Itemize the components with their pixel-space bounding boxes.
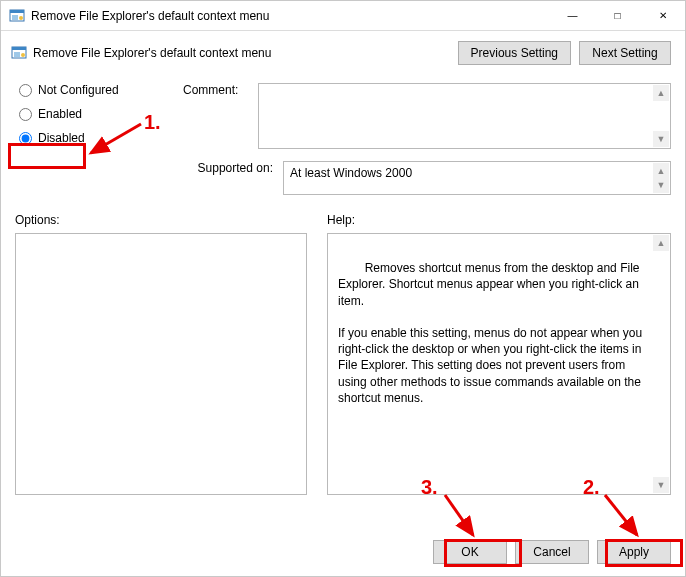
nav-buttons: Previous Setting Next Setting bbox=[458, 41, 671, 65]
cancel-button[interactable]: Cancel bbox=[515, 540, 589, 564]
scroll-up-icon[interactable]: ▲ bbox=[653, 235, 669, 251]
comment-textarea[interactable]: ▲ ▼ bbox=[258, 83, 671, 149]
supported-label: Supported on: bbox=[187, 161, 273, 195]
scroll-down-icon[interactable]: ▼ bbox=[653, 477, 669, 493]
svg-point-7 bbox=[21, 53, 25, 57]
app-icon bbox=[9, 8, 25, 24]
scroll-up-icon[interactable]: ▲ bbox=[653, 85, 669, 101]
radio-group: Not Configured Enabled Disabled bbox=[15, 83, 155, 155]
header-left: Remove File Explorer's default context m… bbox=[11, 41, 458, 61]
previous-setting-button[interactable]: Previous Setting bbox=[458, 41, 571, 65]
help-column: Help: Removes shortcut menus from the de… bbox=[327, 213, 671, 495]
annotation-arrow-2 bbox=[601, 491, 661, 543]
scroll-down-icon[interactable]: ▼ bbox=[653, 177, 669, 193]
header: Remove File Explorer's default context m… bbox=[1, 31, 685, 71]
content: Not Configured Enabled Disabled Comment:… bbox=[1, 71, 685, 495]
policy-icon bbox=[11, 45, 27, 61]
next-setting-button[interactable]: Next Setting bbox=[579, 41, 671, 65]
svg-line-10 bbox=[445, 495, 473, 535]
annotation-arrow-3 bbox=[441, 491, 501, 543]
help-text: Removes shortcut menus from the desktop … bbox=[338, 261, 646, 405]
radio-disabled-label: Disabled bbox=[38, 131, 85, 145]
radio-disabled[interactable]: Disabled bbox=[19, 131, 155, 145]
svg-point-3 bbox=[19, 16, 23, 20]
options-box bbox=[15, 233, 307, 495]
svg-rect-5 bbox=[12, 47, 26, 50]
close-button[interactable]: ✕ bbox=[640, 1, 685, 30]
maximize-button[interactable]: □ bbox=[595, 1, 640, 30]
options-label: Options: bbox=[15, 213, 307, 227]
radio-not-configured-label: Not Configured bbox=[38, 83, 119, 97]
options-column: Options: bbox=[15, 213, 307, 495]
ok-button[interactable]: OK bbox=[433, 540, 507, 564]
radio-enabled[interactable]: Enabled bbox=[19, 107, 155, 121]
supported-box: At least Windows 2000 ▲ ▼ bbox=[283, 161, 671, 195]
svg-rect-1 bbox=[10, 10, 24, 13]
minimize-button[interactable]: — bbox=[550, 1, 595, 30]
svg-rect-2 bbox=[12, 15, 18, 20]
supported-value: At least Windows 2000 bbox=[290, 166, 412, 180]
titlebar: Remove File Explorer's default context m… bbox=[1, 1, 685, 31]
window-title: Remove File Explorer's default context m… bbox=[31, 9, 550, 23]
apply-button[interactable]: Apply bbox=[597, 540, 671, 564]
dialog-buttons: OK Cancel Apply bbox=[433, 540, 671, 564]
radio-enabled-input[interactable] bbox=[19, 108, 32, 121]
help-label: Help: bbox=[327, 213, 671, 227]
svg-line-9 bbox=[605, 495, 637, 535]
svg-rect-6 bbox=[14, 52, 20, 57]
radio-enabled-label: Enabled bbox=[38, 107, 82, 121]
help-box: Removes shortcut menus from the desktop … bbox=[327, 233, 671, 495]
window-controls: — □ ✕ bbox=[550, 1, 685, 30]
scroll-down-icon[interactable]: ▼ bbox=[653, 131, 669, 147]
radio-not-configured[interactable]: Not Configured bbox=[19, 83, 155, 97]
radio-not-configured-input[interactable] bbox=[19, 84, 32, 97]
comment-label: Comment: bbox=[183, 83, 248, 155]
policy-title: Remove File Explorer's default context m… bbox=[33, 46, 271, 60]
radio-disabled-input[interactable] bbox=[19, 132, 32, 145]
